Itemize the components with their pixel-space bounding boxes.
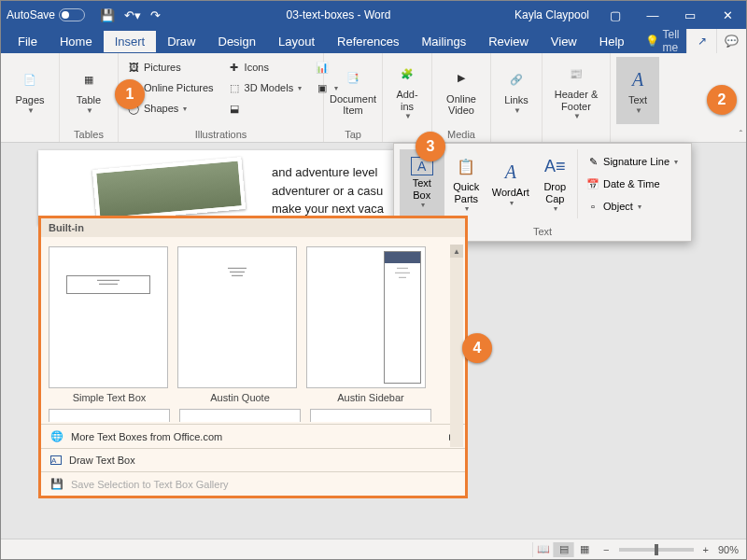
object-icon: ▫ — [585, 199, 600, 214]
gallery-label: Austin Sidebar — [310, 392, 431, 403]
gallery-heading: Built-in — [41, 218, 465, 237]
smartart-button[interactable]: ⬓ — [225, 98, 304, 119]
tab-design[interactable]: Design — [207, 31, 267, 52]
icons-icon: ✚ — [227, 60, 242, 75]
autosave-label: AutoSave — [7, 8, 55, 21]
gallery-item-austin-sidebar[interactable]: ▬▬▬▬▬▬▬▬▬ — [306, 246, 426, 388]
group-label: Tap — [330, 127, 376, 140]
tell-me[interactable]: 💡 Tell me — [645, 28, 686, 54]
pictures-button[interactable]: 🖼Pictures — [124, 57, 216, 77]
window-title: 03-text-boxes - Word — [170, 8, 507, 21]
tab-home[interactable]: Home — [49, 31, 104, 52]
draw-text-box[interactable]: ADraw Text Box — [41, 448, 465, 471]
group-media: ▶ Online Video Media — [432, 53, 491, 142]
table-button[interactable]: ▦ Table ▼ — [65, 57, 112, 124]
pages-button[interactable]: 📄 Pages ▼ — [7, 57, 53, 124]
group-label: Media — [438, 127, 485, 140]
web-layout-icon[interactable]: ▦ — [573, 542, 594, 557]
zoom-value[interactable]: 90% — [718, 544, 739, 555]
quick-parts-icon: 📋 — [453, 153, 479, 179]
autosave-toggle[interactable]: AutoSave — [1, 8, 91, 21]
scroll-up-icon[interactable]: ▲ — [450, 245, 463, 258]
ribbon: 📄 Pages ▼ ▦ Table ▼ Tables 🖼Pictures 🌐On… — [1, 53, 746, 143]
redo-icon[interactable]: ↷ — [150, 8, 161, 22]
user-name[interactable]: Kayla Claypool — [507, 8, 597, 21]
chevron-down-icon: ▼ — [86, 106, 93, 115]
more-text-boxes[interactable]: 🌐More Text Boxes from Office.com ▶ — [41, 424, 465, 448]
gallery-item-austin-quote[interactable]: ▬▬▬▬▬▬▬▬▬▬▬▬ — [177, 246, 297, 388]
table-icon: ▦ — [76, 66, 102, 92]
zoom-out-icon[interactable]: − — [603, 544, 609, 555]
quick-access-toolbar: 💾 ↶▾ ↷ — [91, 8, 170, 22]
document-item-icon: 📑 — [340, 65, 366, 91]
tab-view[interactable]: View — [540, 31, 588, 52]
signature-line-button[interactable]: ✎Signature Line▾ — [584, 151, 680, 172]
pictures-icon: 🖼 — [126, 60, 141, 75]
pages-icon: 📄 — [17, 66, 43, 92]
toggle-off-icon — [59, 8, 85, 21]
chevron-down-icon: ▼ — [27, 106, 35, 115]
tab-insert[interactable]: Insert — [104, 31, 157, 52]
save-icon: 💾 — [50, 478, 63, 490]
tab-file[interactable]: File — [7, 31, 49, 52]
tab-help[interactable]: Help — [588, 31, 636, 52]
group-tap: 📑 Document Item Tap — [324, 53, 383, 142]
gallery-item-partial[interactable] — [310, 409, 431, 422]
drop-cap-icon: A≡ — [542, 153, 568, 179]
gallery-scrollbar[interactable]: ▲ — [450, 245, 463, 447]
save-icon[interactable]: 💾 — [100, 8, 115, 22]
print-layout-icon[interactable]: ▤ — [553, 542, 573, 557]
addins-button[interactable]: 🧩 Add- ins ▼ — [388, 57, 426, 124]
date-time-button[interactable]: 📅Date & Time — [584, 174, 680, 194]
ribbon-tabs: File Home Insert Draw Design Layout Refe… — [1, 29, 746, 53]
zoom-slider[interactable] — [619, 548, 694, 552]
links-button[interactable]: 🔗 Links ▼ — [497, 57, 536, 124]
tell-me-label: Tell me — [663, 28, 686, 54]
lightbulb-icon: 💡 — [645, 35, 659, 48]
group-tables: ▦ Table ▼ Tables — [60, 53, 119, 142]
wordart-icon: A — [498, 159, 524, 185]
group-pages: 📄 Pages ▼ — [1, 53, 60, 142]
3d-models-button[interactable]: ⬚3D Models▾ — [225, 77, 304, 98]
document-image[interactable] — [92, 157, 246, 222]
icons-button[interactable]: ✚Icons — [225, 57, 304, 77]
gallery-item-partial[interactable] — [49, 409, 170, 422]
wordart-button[interactable]: A WordArt▾ — [488, 149, 533, 217]
callout-3: 3 — [416, 132, 445, 161]
maximize-icon[interactable]: ▭ — [671, 1, 709, 29]
share-icon[interactable]: ↗ — [686, 29, 716, 53]
close-icon[interactable]: ✕ — [709, 1, 746, 29]
globe-icon: 🌐 — [50, 430, 63, 442]
calendar-icon: 📅 — [585, 176, 600, 191]
titlebar: AutoSave 💾 ↶▾ ↷ 03-text-boxes - Word Kay… — [1, 1, 746, 29]
text-button[interactable]: A Text ▼ — [616, 57, 659, 124]
comments-icon[interactable]: 💬 — [716, 29, 746, 53]
minimize-icon[interactable]: — — [634, 1, 671, 29]
group-label: Tables — [65, 127, 112, 140]
undo-icon[interactable]: ↶▾ — [124, 8, 141, 22]
ribbon-display-icon[interactable]: ▢ — [597, 1, 634, 29]
header-footer-button[interactable]: 📰 Header & Footer ▼ — [548, 57, 604, 124]
tab-mailings[interactable]: Mailings — [411, 31, 478, 52]
collapse-ribbon-icon[interactable]: ˆ — [740, 130, 742, 140]
addins-icon: 🧩 — [394, 61, 420, 87]
read-mode-icon[interactable]: 📖 — [532, 542, 553, 557]
tab-references[interactable]: References — [326, 31, 410, 52]
gallery-item-partial[interactable] — [179, 409, 301, 422]
group-addins: 🧩 Add- ins ▼ — [383, 53, 432, 142]
group-header-footer: 📰 Header & Footer ▼ — [543, 53, 611, 142]
group-label: Illustrations — [124, 127, 317, 140]
tab-layout[interactable]: Layout — [267, 31, 326, 52]
object-button[interactable]: ▫Object▾ — [584, 196, 680, 217]
callout-2: 2 — [707, 85, 737, 115]
document-item-button[interactable]: 📑 Document Item — [330, 57, 376, 124]
zoom-in-icon[interactable]: + — [703, 544, 709, 555]
cube-icon: ⬚ — [227, 80, 242, 95]
drop-cap-button[interactable]: A≡ Drop Cap▾ — [533, 149, 578, 217]
tab-review[interactable]: Review — [477, 31, 540, 52]
group-illustrations: 🖼Pictures 🌐Online Pictures ◯Shapes▾ ✚Ico… — [119, 53, 324, 142]
tab-draw[interactable]: Draw — [156, 31, 206, 52]
gallery-item-simple[interactable]: ▬▬▬▬▬▬▬▬▬▬▬ — [49, 246, 168, 388]
online-video-button[interactable]: ▶ Online Video — [438, 57, 485, 124]
quick-parts-button[interactable]: 📋 Quick Parts▾ — [444, 149, 489, 217]
